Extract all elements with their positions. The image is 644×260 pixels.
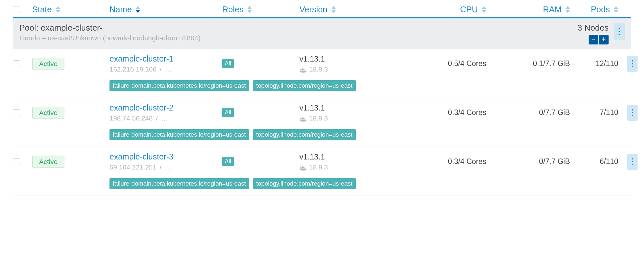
svg-rect-8	[300, 167, 302, 169]
row-checkbox[interactable]	[13, 109, 20, 116]
docker-icon	[299, 165, 307, 170]
header-ram-label: RAM	[543, 5, 562, 14]
header-cpu[interactable]: CPU	[390, 5, 486, 14]
node-ip-extra: …	[161, 114, 168, 122]
cpu-value: 0.3/4 Cores	[390, 157, 486, 166]
docker-version: 18.9.3	[309, 65, 328, 73]
row-checkbox[interactable]	[13, 60, 20, 67]
pool-node-count: 3 Nodes	[577, 23, 609, 33]
node-ip: 69.164.221.251	[109, 163, 156, 171]
header-state-label: State	[32, 5, 52, 14]
node-labels: failure-domain.beta.kubernetes.io/region…	[109, 80, 638, 91]
pods-value: 7/110	[570, 108, 618, 117]
label-chip: failure-domain.beta.kubernetes.io/region…	[109, 80, 249, 91]
svg-rect-4	[300, 118, 302, 120]
row-actions-menu[interactable]	[627, 56, 638, 72]
header-pods-label: Pods	[591, 5, 610, 14]
ram-value: 0/7.7 GiB	[486, 157, 570, 166]
docker-icon	[299, 67, 307, 72]
node-ip: 198.74.56.248	[109, 114, 153, 122]
header-version[interactable]: Version	[299, 5, 390, 14]
docker-version: 18.9.3	[309, 163, 328, 171]
label-chip: topology.linode.com/region=us-east	[253, 129, 356, 140]
k8s-version: v1.13.1	[299, 54, 390, 63]
node-ip-extra: …	[165, 65, 172, 73]
row-actions-menu[interactable]	[627, 154, 638, 170]
node-labels: failure-domain.beta.kubernetes.io/region…	[109, 129, 638, 140]
role-chip: All	[222, 108, 234, 117]
svg-rect-3	[302, 68, 303, 69]
header-pods[interactable]: Pods	[570, 5, 618, 14]
svg-rect-1	[302, 69, 303, 71]
separator: /	[160, 163, 162, 171]
header-roles[interactable]: Roles	[222, 5, 299, 14]
header-name[interactable]: Name	[109, 5, 222, 14]
pool-decrement-button[interactable]: −	[589, 35, 598, 44]
k8s-version: v1.13.1	[299, 103, 390, 112]
separator: /	[160, 65, 162, 73]
header-name-label: Name	[109, 5, 132, 14]
svg-rect-7	[302, 117, 303, 118]
sort-icon	[247, 6, 252, 13]
status-badge: Active	[32, 156, 64, 168]
pool-group-header: Pool: example-cluster- Linode – us-east/…	[13, 18, 631, 49]
pods-value: 6/110	[570, 157, 618, 166]
header-roles-label: Roles	[222, 5, 243, 14]
node-name-link[interactable]: example-cluster-2	[109, 103, 222, 112]
node-ip: 162.216.19.106	[109, 65, 156, 73]
sort-icon	[331, 6, 336, 13]
separator: /	[156, 114, 158, 122]
svg-rect-5	[302, 118, 303, 120]
svg-rect-0	[300, 69, 302, 71]
row-checkbox[interactable]	[13, 158, 20, 165]
label-chip: failure-domain.beta.kubernetes.io/region…	[109, 178, 249, 189]
select-all-checkbox[interactable]	[13, 6, 20, 13]
cpu-value: 0.5/4 Cores	[390, 59, 486, 68]
status-badge: Active	[32, 58, 64, 70]
pool-subtitle: Linode – us-east/Unknown (newark-linode8…	[19, 34, 201, 42]
svg-rect-6	[303, 118, 305, 120]
node-ip-extra: …	[165, 163, 172, 171]
k8s-version: v1.13.1	[299, 152, 390, 161]
node-labels: failure-domain.beta.kubernetes.io/region…	[109, 178, 638, 189]
pool-title: Pool: example-cluster-	[19, 23, 201, 33]
pool-node-stepper: − +	[589, 35, 609, 44]
header-version-label: Version	[299, 5, 327, 14]
node-name-link[interactable]: example-cluster-1	[109, 54, 222, 63]
sort-icon	[565, 6, 570, 13]
table-row: Active example-cluster-3 69.164.221.251 …	[13, 147, 631, 196]
table-row: Active example-cluster-2 198.74.56.248 /…	[13, 98, 631, 147]
label-chip: topology.linode.com/region=us-east	[253, 178, 356, 189]
cpu-value: 0.3/4 Cores	[390, 108, 486, 117]
label-chip: failure-domain.beta.kubernetes.io/region…	[109, 129, 249, 140]
pods-value: 12/110	[570, 59, 618, 68]
header-ram[interactable]: RAM	[486, 5, 570, 14]
sort-icon	[482, 6, 486, 13]
header-state[interactable]: State	[32, 5, 109, 14]
sort-icon	[56, 6, 60, 13]
role-chip: All	[222, 59, 234, 68]
svg-rect-2	[303, 69, 305, 71]
ram-value: 0/7.7 GiB	[486, 108, 570, 117]
role-chip: All	[222, 157, 234, 166]
docker-version: 18.9.3	[309, 114, 328, 122]
header-cpu-label: CPU	[460, 5, 478, 14]
table-row: Active example-cluster-1 162.216.19.106 …	[13, 49, 631, 98]
status-badge: Active	[32, 107, 64, 119]
pool-actions-menu[interactable]	[614, 23, 625, 40]
label-chip: topology.linode.com/region=us-east	[253, 80, 356, 91]
svg-rect-9	[302, 167, 303, 169]
docker-icon	[299, 116, 307, 121]
sort-icon	[614, 6, 618, 13]
svg-rect-11	[302, 166, 303, 167]
svg-rect-10	[303, 167, 305, 169]
pool-increment-button[interactable]: +	[599, 35, 609, 44]
node-name-link[interactable]: example-cluster-3	[109, 152, 222, 161]
sort-icon	[136, 6, 140, 13]
ram-value: 0.1/7.7 GiB	[486, 59, 570, 68]
row-actions-menu[interactable]	[627, 105, 638, 121]
